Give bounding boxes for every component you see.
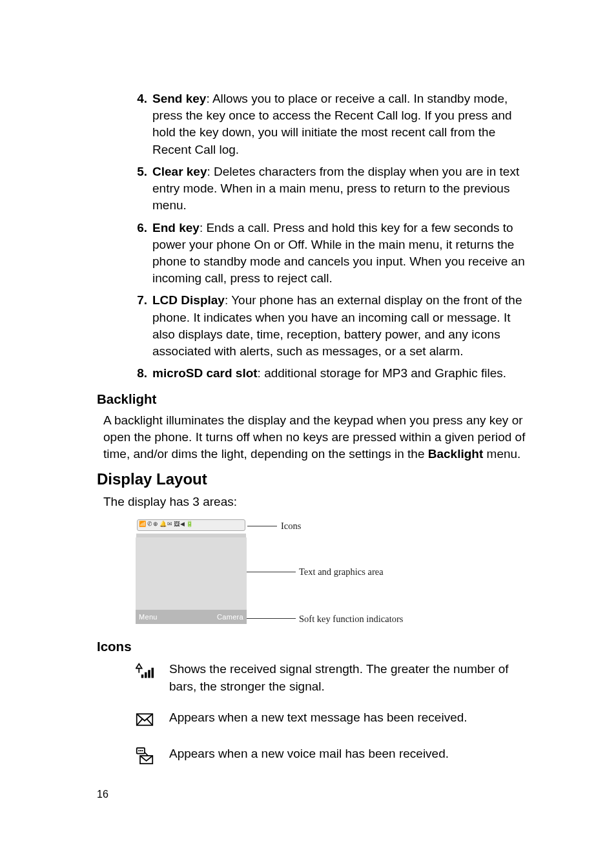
leader-line-softkeys [247,618,296,619]
icon-row-voicemail: Appears when a new voice mail has been r… [133,745,532,767]
list-item-microsd-slot: 8. microSD card slot: additional storage… [136,365,532,382]
screen-text-area [136,537,247,610]
list-text: : Allows you to place or receive a call.… [152,92,512,156]
svg-rect-1 [141,675,144,678]
heading-display-layout: Display Layout [97,470,532,488]
leader-line-text-area [247,572,296,572]
list-item-send-key: 4. Send key: Allows you to place or rece… [136,90,532,158]
list-term: End key [152,221,200,234]
screen-frame: 📶 ✆ ⊕ 🔔 ✉ 🖼 ◀ 🔋 Menu Camera [136,518,247,624]
svg-point-7 [138,750,139,751]
svg-rect-2 [145,672,147,678]
callout-label-softkeys: Soft key function indicators [299,614,403,625]
list-term: Clear key [152,165,207,178]
list-item-end-key: 6. End key: Ends a call. Press and hold … [136,220,532,287]
page-number: 16 [97,789,108,800]
list-marker: 7. [132,292,147,309]
icon-row-text-message: Appears when a new text message has been… [133,709,532,731]
list-item-lcd-display: 7. LCD Display: Your phone has an extern… [136,292,532,360]
list-marker: 4. [132,90,147,107]
heading-backlight: Backlight [97,391,532,407]
paragraph-backlight: A backlight illuminates the display and … [103,412,532,463]
voicemail-icon [133,745,156,767]
icon-desc-voicemail: Appears when a new voice mail has been r… [169,745,449,762]
text-message-icon [133,709,156,731]
list-text: : additional storage for MP3 and Graphic… [258,366,506,380]
list-text: : Ends a call. Press and hold this key f… [152,221,525,286]
svg-point-9 [141,750,143,751]
svg-point-8 [140,750,141,751]
list-item-clear-key: 5. Clear key: Deletes characters from th… [136,163,532,214]
list-term: microSD card slot [152,366,258,380]
softkey-right-label: Camera [217,613,243,621]
svg-rect-3 [148,670,150,678]
backlight-menu-name: Backlight [428,447,484,461]
list-marker: 8. [132,365,147,382]
heading-icons: Icons [97,639,532,654]
svg-rect-4 [152,668,154,678]
signal-strength-icon [133,661,156,683]
list-text: : Deletes characters from the display wh… [152,165,519,212]
list-marker: 6. [132,220,147,236]
icon-desc-signal: Shows the received signal strength. The … [169,661,532,694]
leader-line-icons [247,526,277,526]
screen-icon-bar: 📶 ✆ ⊕ 🔔 ✉ 🖼 ◀ 🔋 [137,519,245,531]
screen-softkey-bar: Menu Camera [136,610,247,624]
list-term: Send key [152,92,206,105]
list-marker: 5. [132,163,147,180]
paragraph-display-intro: The display has 3 areas: [103,494,532,510]
icon-desc-text-message: Appears when a new text message has been… [169,709,467,726]
display-layout-diagram: 📶 ✆ ⊕ 🔔 ✉ 🖼 ◀ 🔋 Menu Camera Icons Text a… [136,518,471,631]
icon-row-signal: Shows the received signal strength. The … [133,661,532,694]
callout-label-icons: Icons [281,521,301,532]
callout-label-text-area: Text and graphics area [299,566,384,577]
numbered-feature-list: 4. Send key: Allows you to place or rece… [97,90,532,382]
backlight-text-b: menu. [483,447,520,461]
softkey-left-label: Menu [139,613,158,621]
list-term: LCD Display [152,293,225,307]
